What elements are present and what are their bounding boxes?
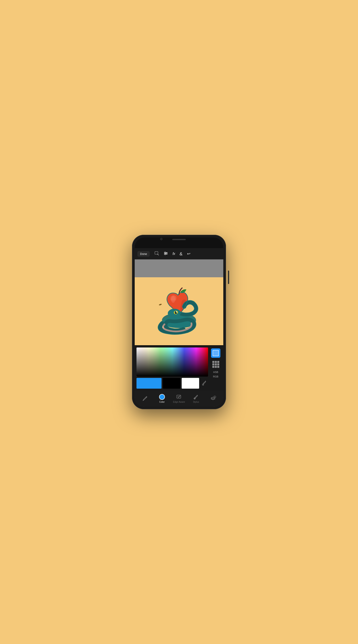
solid-color-icon[interactable] <box>211 348 220 358</box>
color-label: Color <box>159 401 165 403</box>
nav-item-layers[interactable]: + <box>204 390 221 406</box>
nav-item-stylus[interactable]: Stylus <box>187 390 204 406</box>
tertiary-swatch[interactable] <box>182 378 199 389</box>
rgb-mode-label[interactable]: RGB <box>213 375 218 378</box>
canvas-area[interactable]: HSB RGB <box>135 277 223 390</box>
toolbar-icons: fx & ↩ <box>155 251 190 256</box>
phone-screen: Done <box>135 238 223 406</box>
hsb-mode-label[interactable]: HSB <box>213 371 218 374</box>
svg-point-12 <box>171 296 175 303</box>
svg-text:+: + <box>214 396 215 398</box>
adjustments-icon[interactable] <box>164 251 168 256</box>
svg-point-7 <box>165 254 166 255</box>
top-toolbar: Done <box>135 248 223 260</box>
phone-camera <box>160 238 162 240</box>
grid-swatches-icon[interactable] <box>211 360 220 369</box>
eyedropper-button[interactable] <box>200 378 208 389</box>
svg-point-5 <box>165 252 166 253</box>
edge-aware-label: Edge Aware <box>173 401 185 403</box>
color-gradient[interactable] <box>137 348 208 376</box>
artwork <box>150 282 208 340</box>
nav-item-edge-aware[interactable]: Edge Aware <box>171 390 187 406</box>
swatches-row <box>137 378 208 389</box>
selection-icon[interactable] <box>155 251 159 256</box>
canvas-gray-top <box>135 260 223 277</box>
brush-icon <box>142 396 148 402</box>
app-screen: Done <box>135 248 223 406</box>
done-button[interactable]: Done <box>137 251 150 257</box>
layers-icon: + <box>210 395 216 402</box>
edge-aware-icon <box>176 394 182 400</box>
undo-icon[interactable]: ↩ <box>187 251 190 256</box>
svg-rect-0 <box>155 252 158 254</box>
blend-icon[interactable]: & <box>179 251 182 256</box>
spectrum-section <box>137 348 208 389</box>
color-modes-sidebar: HSB RGB <box>210 348 221 389</box>
svg-line-1 <box>157 254 159 255</box>
nav-item-color[interactable]: Color <box>154 390 171 406</box>
svg-point-6 <box>166 253 167 254</box>
color-picker-panel: HSB RGB <box>135 345 223 390</box>
nav-item-brush[interactable] <box>137 390 154 406</box>
fx-icon[interactable]: fx <box>173 252 175 256</box>
stylus-icon <box>193 394 199 400</box>
svg-rect-17 <box>202 384 204 386</box>
color-picker-content: HSB RGB <box>137 348 221 389</box>
phone-frame: Done <box>132 235 226 409</box>
main-content: HSB RGB <box>135 260 223 406</box>
stylus-label: Stylus <box>193 401 199 403</box>
svg-point-8 <box>159 304 162 306</box>
phone-side-button <box>228 270 229 284</box>
bottom-navigation: Color Edge Aware <box>135 390 223 406</box>
secondary-swatch[interactable] <box>163 378 180 389</box>
phone-speaker <box>172 239 186 240</box>
primary-swatch[interactable] <box>137 378 162 389</box>
color-circle <box>159 394 165 400</box>
